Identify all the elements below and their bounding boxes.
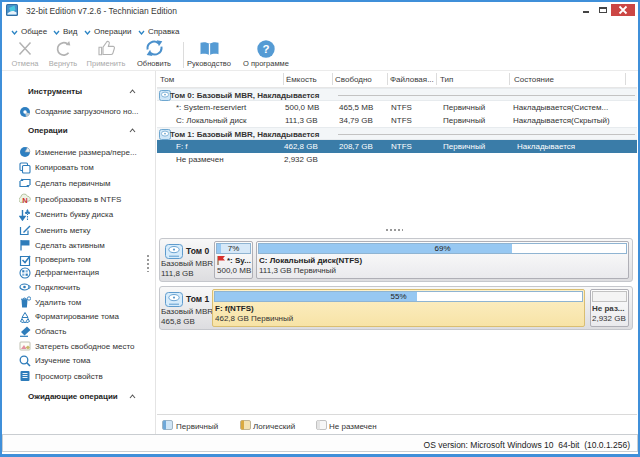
svg-text:?: ? bbox=[262, 43, 269, 55]
svg-text:N: N bbox=[22, 196, 27, 205]
